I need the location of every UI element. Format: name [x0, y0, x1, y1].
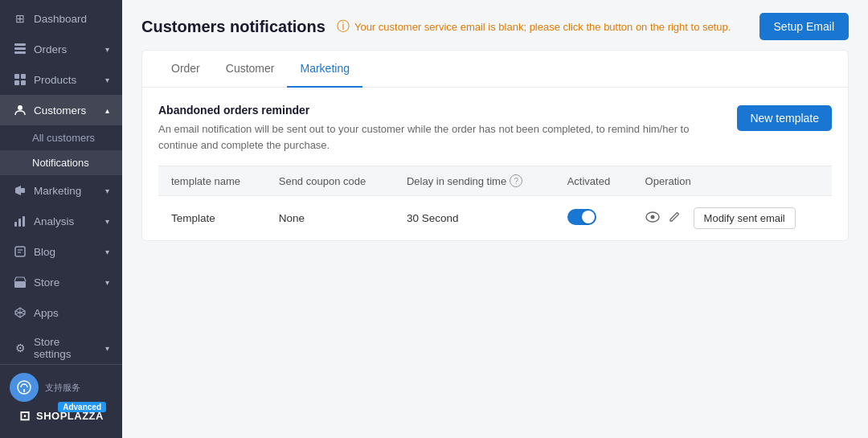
table-header-row: template name Send coupon code Delay in …	[158, 166, 832, 196]
tab-bar: Order Customer Marketing	[142, 51, 848, 88]
svg-rect-4	[21, 74, 26, 79]
toggle-track[interactable]	[567, 209, 596, 225]
svg-rect-8	[21, 188, 25, 193]
svg-rect-15	[14, 281, 26, 288]
svg-rect-11	[23, 216, 25, 227]
sidebar-item-orders[interactable]: Orders ▾	[0, 34, 122, 64]
brand-logo-icon: ⊡	[19, 408, 30, 424]
tab-customer[interactable]: Customer	[213, 51, 288, 88]
customers-icon	[13, 103, 27, 117]
chevron-icon: ▾	[105, 186, 109, 195]
svg-rect-5	[14, 80, 19, 85]
edit-icon[interactable]	[668, 211, 681, 227]
svg-rect-6	[21, 80, 26, 85]
cell-send-coupon-code: None	[266, 196, 394, 241]
chevron-icon: ▾	[105, 248, 109, 256]
sidebar-nav: ⊞ Dashboard Orders ▾ Products ▾ Customer…	[0, 0, 122, 364]
section-text: Abandoned orders reminder An email notif…	[158, 104, 724, 153]
sidebar-item-label: Dashboard	[34, 13, 87, 25]
sidebar-subitem-notifications[interactable]: Notifications	[0, 150, 122, 175]
activated-toggle[interactable]	[567, 209, 596, 225]
svg-rect-9	[14, 222, 17, 227]
blog-icon	[13, 244, 27, 259]
th-activated: Activated	[555, 166, 633, 196]
support-button[interactable]: 支持服务	[10, 373, 113, 402]
store-icon	[13, 275, 27, 289]
svg-point-22	[650, 215, 654, 219]
svg-rect-2	[14, 51, 26, 54]
th-template-name: template name	[158, 166, 266, 196]
sidebar-bottom: 支持服务 ⊡ SHOPLAZZA Advanced	[0, 364, 122, 438]
abandoned-orders-section: Abandoned orders reminder An email notif…	[142, 88, 848, 240]
sidebar-item-label: Store settings	[34, 336, 99, 360]
chevron-icon: ▾	[105, 45, 109, 54]
sidebar-item-marketing[interactable]: Marketing ▾	[0, 175, 122, 206]
templates-table: template name Send coupon code Delay in …	[158, 166, 832, 240]
dashboard-icon: ⊞	[13, 11, 27, 26]
chevron-icon: ▾	[105, 76, 109, 84]
page-header: Customers notifications ⓘ Your customer …	[122, 0, 868, 50]
operation-actions: Modify sent email	[645, 207, 819, 229]
tab-order[interactable]: Order	[158, 51, 213, 88]
th-delay-in-sending-time: Delay in sending time ?	[394, 166, 555, 196]
svg-rect-1	[14, 47, 26, 50]
setup-email-button[interactable]: Setup Email	[760, 13, 849, 40]
svg-rect-10	[18, 219, 21, 227]
marketing-icon	[13, 183, 27, 198]
section-header: Abandoned orders reminder An email notif…	[158, 104, 832, 153]
section-title: Abandoned orders reminder	[158, 104, 724, 117]
sidebar-item-analysis[interactable]: Analysis ▾	[0, 206, 122, 236]
sidebar-item-label: Apps	[34, 307, 59, 319]
sidebar-item-store-settings[interactable]: ⚙ Store settings ▾	[0, 328, 122, 364]
sidebar-item-products[interactable]: Products ▾	[0, 64, 122, 95]
sidebar: ⊞ Dashboard Orders ▾ Products ▾ Customer…	[0, 0, 122, 438]
sidebar-item-blog[interactable]: Blog ▾	[0, 236, 122, 267]
sidebar-item-dashboard[interactable]: ⊞ Dashboard	[0, 3, 122, 34]
view-icon[interactable]	[645, 211, 660, 226]
brand-badge: Advanced	[58, 402, 106, 412]
new-template-button[interactable]: New template	[737, 105, 832, 131]
toggle-thumb	[582, 211, 595, 223]
sidebar-item-label: Analysis	[34, 215, 74, 227]
cell-delay-in-sending-time: 30 Second	[394, 196, 555, 241]
products-icon	[13, 72, 27, 87]
sidebar-item-label: Products	[34, 74, 76, 86]
chevron-icon: ▾	[105, 278, 109, 287]
sidebar-item-apps[interactable]: Apps	[0, 297, 122, 328]
section-description: An email notification will be sent out t…	[158, 121, 724, 153]
tab-marketing[interactable]: Marketing	[287, 51, 362, 88]
modify-sent-email-button[interactable]: Modify sent email	[694, 207, 796, 229]
sidebar-item-label: Orders	[34, 43, 67, 55]
chevron-icon: ▴	[105, 106, 109, 115]
table-body: Template None 30 Second	[158, 196, 832, 241]
svg-point-7	[18, 105, 23, 110]
th-send-coupon-code: Send coupon code	[266, 166, 394, 196]
warning-message: ⓘ Your customer service email is blank; …	[337, 18, 748, 35]
sidebar-item-store[interactable]: Store ▾	[0, 267, 122, 297]
orders-icon	[13, 42, 27, 56]
table-head: template name Send coupon code Delay in …	[158, 166, 832, 196]
sidebar-item-label: Blog	[34, 246, 55, 258]
sidebar-item-label: Store	[34, 276, 59, 289]
table-row: Template None 30 Second	[158, 196, 832, 241]
page-title: Customers notifications	[141, 18, 326, 36]
cell-template-name: Template	[158, 196, 266, 241]
sidebar-item-label: Customers	[34, 104, 86, 117]
warning-text: Your customer service email is blank; pl…	[354, 21, 731, 33]
svg-rect-12	[15, 247, 25, 256]
cell-activated	[555, 196, 633, 241]
delay-info-icon[interactable]: ?	[510, 174, 522, 187]
apps-icon	[13, 305, 27, 320]
support-avatar	[10, 373, 39, 402]
main-card: Order Customer Marketing Abandoned order…	[141, 50, 849, 241]
brand-row: ⊡ SHOPLAZZA Advanced	[10, 402, 113, 430]
warning-icon: ⓘ	[337, 18, 350, 35]
main-content: Customers notifications ⓘ Your customer …	[122, 0, 868, 438]
sidebar-item-customers[interactable]: Customers ▴	[0, 95, 122, 125]
cell-operation: Modify sent email	[633, 196, 832, 241]
content-area: Order Customer Marketing Abandoned order…	[122, 50, 868, 438]
support-label: 支持服务	[45, 382, 80, 394]
analysis-icon	[13, 214, 27, 228]
store-settings-icon: ⚙	[13, 341, 27, 355]
sidebar-subitem-all-customers[interactable]: All customers	[0, 125, 122, 150]
